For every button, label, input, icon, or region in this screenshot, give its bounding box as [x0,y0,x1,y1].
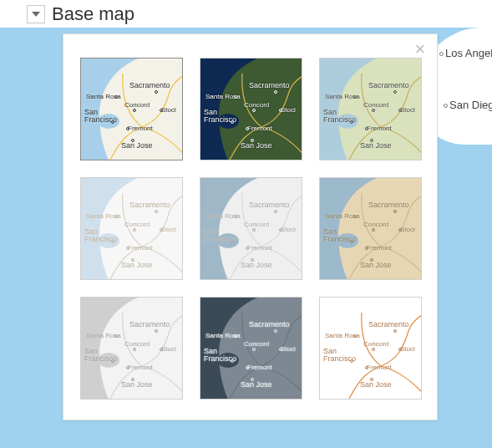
city-label-concord: Concord [124,102,150,109]
basemap-style-mono[interactable]: SacramentoSanta RosaConcordStoclSanFranc… [80,297,183,400]
close-button[interactable]: × [410,39,430,59]
basemap-style-sand[interactable]: SacramentoSanta RosaConcordStoclSanFranc… [319,177,422,280]
city-dot [252,348,256,351]
basemap-style-terrain[interactable]: SacramentoSanta RosaConcordStoclSanFranc… [319,58,422,160]
basemap-style-silver[interactable]: SacramentoSanta RosaConcordStoclSanFranc… [200,177,302,280]
basemap-style-night[interactable]: SacramentoSanta RosaConcordStoclSanFranc… [200,297,302,400]
tile-labels: SacramentoSanta RosaConcordStoclSanFranc… [81,59,182,160]
basemap-header: Base map [27,0,134,28]
basemap-style-pale[interactable]: SacramentoSanta RosaConcordStoclSanFranc… [80,177,183,280]
city-label-san_francisco: SanFrancisco [204,348,236,363]
city-label-fremont: Fremont [367,125,392,132]
city-dot [274,329,277,333]
basemap-style-grid: SacramentoSanta RosaConcordStoclSanFranc… [80,58,420,400]
city-label-san_jose: San Jose [360,262,392,269]
city-label-sacramento: Sacramento [129,201,170,209]
city-label-san_jose: San Jose [121,381,153,389]
city-label-san_francisco: SanFrancisco [84,228,117,243]
tile-labels: SacramentoSanta RosaConcordStoclSanFranc… [320,59,421,160]
city-dot [274,90,277,94]
city-label-san_jose: San Jose [360,381,392,389]
city-label-sacramento: Sacramento [249,82,290,89]
city-label-san_jose: San Jose [121,262,153,269]
city-label-santa_rosa: Santa Rosa [86,94,121,100]
city-label-stockton: Stocl [161,346,176,353]
city-label-sacramento: Sacramento [368,321,409,328]
tile-labels: SacramentoSanta RosaConcordStoclSanFranc… [200,298,302,399]
city-label-stockton: Stocl [281,346,296,353]
city-label-santa_rosa: Santa Rosa [325,94,360,100]
city-label-sacramento: Sacramento [129,321,170,328]
city-label-san_francisco: SanFrancisco [84,109,117,124]
city-label-sacramento: Sacramento [368,82,409,89]
city-label-santa_rosa: Santa Rosa [205,333,241,339]
city-label-fremont: Fremont [367,245,392,252]
basemap-style-satellite[interactable]: SacramentoSanta RosaConcordStoclSanFranc… [200,58,302,160]
city-dot [133,109,136,112]
city-dot [393,210,397,213]
city-label-stockton: Stocl [161,107,176,114]
background-city-label: San Diego [444,99,492,111]
city-label-concord: Concord [124,341,150,348]
city-label-fremont: Fremont [247,125,272,132]
city-label-stockton: Stocl [281,227,296,233]
tile-labels: SacramentoSanta RosaConcordStoclSanFranc… [81,178,182,279]
city-label-concord: Concord [244,102,269,109]
city-label-concord: Concord [363,221,388,228]
city-label-fremont: Fremont [247,245,272,252]
city-label-sacramento: Sacramento [129,82,170,89]
tile-labels: SacramentoSanta RosaConcordStoclSanFranc… [200,178,302,279]
city-dot [393,329,397,333]
city-dot [133,348,136,351]
city-label-concord: Concord [244,221,269,228]
city-label-concord: Concord [363,102,388,109]
city-label-stockton: Stocl [400,227,415,233]
city-label-sacramento: Sacramento [249,321,290,328]
city-label-santa_rosa: Santa Rosa [205,94,241,100]
city-label-santa_rosa: Santa Rosa [86,333,121,339]
city-label-san_francisco: SanFrancisco [204,228,236,243]
city-label-santa_rosa: Santa Rosa [205,213,241,220]
tile-labels: SacramentoSanta RosaConcordStoclSanFranc… [81,298,182,399]
city-label-sacramento: Sacramento [249,201,290,209]
city-dot [372,228,375,232]
city-dot [274,210,277,213]
city-dot [372,109,375,112]
city-dot [155,90,158,94]
city-dot [133,228,136,232]
basemap-style-panel: × SacramentoSanta RosaConcordStoclSanFra… [63,33,438,420]
city-label-santa_rosa: Santa Rosa [325,213,360,220]
city-dot [393,90,397,94]
basemap-style-classic[interactable]: SacramentoSanta RosaConcordStoclSanFranc… [80,58,183,160]
city-label-san_francisco: SanFrancisco [204,109,236,124]
city-label-stockton: Stocl [161,227,176,233]
city-label-concord: Concord [124,221,150,228]
basemap-dropdown-button[interactable] [27,5,45,23]
city-label-san_jose: San Jose [241,381,272,389]
basemap-style-roads[interactable]: SacramentoSanta RosaConcordStoclSanFranc… [319,297,422,400]
city-dot [155,329,158,333]
city-dot [155,210,158,213]
city-label-san_jose: San Jose [360,142,392,150]
tile-labels: SacramentoSanta RosaConcordStoclSanFranc… [320,178,421,279]
city-label-fremont: Fremont [128,245,153,252]
city-label-stockton: Stocl [400,107,415,114]
city-dot [372,348,375,351]
city-label-san_jose: San Jose [121,142,153,150]
tile-labels: SacramentoSanta RosaConcordStoclSanFranc… [320,298,421,399]
city-label-san_jose: San Jose [241,142,272,150]
city-label-fremont: Fremont [128,125,153,132]
city-label-concord: Concord [244,341,269,348]
city-label-sacramento: Sacramento [368,201,409,209]
city-label-stockton: Stocl [400,346,415,353]
city-label-san_francisco: SanFrancisco [323,348,356,363]
city-label-santa_rosa: Santa Rosa [86,213,121,220]
city-label-san_francisco: SanFrancisco [84,348,117,363]
city-label-san_francisco: SanFrancisco [323,228,356,243]
basemap-title: Base map [52,3,134,25]
city-label-concord: Concord [363,341,388,348]
background-city-label: Los Angeles [439,47,492,59]
city-label-fremont: Fremont [367,364,392,371]
city-label-fremont: Fremont [247,364,272,371]
city-label-fremont: Fremont [128,364,153,371]
